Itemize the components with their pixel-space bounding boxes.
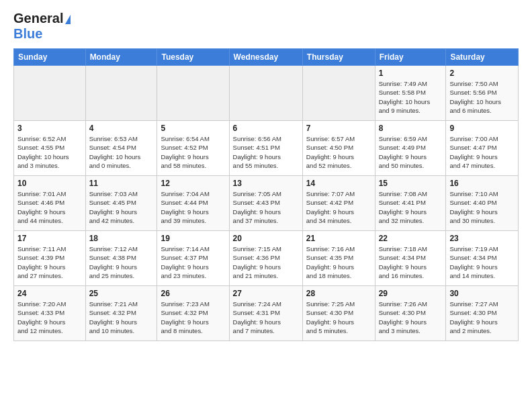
calendar-cell: 23Sunrise: 7:19 AM Sunset: 4:34 PM Dayli…	[446, 231, 519, 286]
day-info: Sunrise: 6:54 AM Sunset: 4:52 PM Dayligh…	[161, 134, 225, 170]
day-number: 17	[17, 234, 82, 243]
calendar-cell: 6Sunrise: 6:56 AM Sunset: 4:51 PM Daylig…	[229, 121, 302, 176]
calendar-cell: 30Sunrise: 7:27 AM Sunset: 4:30 PM Dayli…	[446, 286, 519, 341]
calendar-cell: 22Sunrise: 7:18 AM Sunset: 4:34 PM Dayli…	[375, 231, 446, 286]
logo: General Blue	[13, 11, 71, 42]
calendar-cell	[157, 66, 229, 121]
day-number: 25	[89, 289, 154, 298]
day-info: Sunrise: 7:16 AM Sunset: 4:35 PM Dayligh…	[306, 244, 371, 280]
day-number: 9	[449, 124, 515, 133]
day-info: Sunrise: 6:56 AM Sunset: 4:51 PM Dayligh…	[233, 134, 299, 170]
day-info: Sunrise: 7:14 AM Sunset: 4:37 PM Dayligh…	[161, 244, 225, 280]
day-number: 15	[379, 179, 443, 188]
day-info: Sunrise: 7:23 AM Sunset: 4:32 PM Dayligh…	[161, 300, 225, 335]
calendar-cell: 13Sunrise: 7:05 AM Sunset: 4:43 PM Dayli…	[229, 176, 302, 231]
day-number: 14	[306, 179, 371, 188]
day-info: Sunrise: 7:25 AM Sunset: 4:30 PM Dayligh…	[306, 300, 371, 335]
calendar-cell: 29Sunrise: 7:26 AM Sunset: 4:30 PM Dayli…	[375, 286, 446, 341]
calendar-cell	[229, 66, 302, 121]
calendar-header-tuesday: Tuesday	[157, 49, 229, 66]
day-number: 29	[379, 289, 443, 298]
day-number: 30	[449, 289, 515, 298]
day-number: 21	[306, 234, 371, 243]
day-info: Sunrise: 6:53 AM Sunset: 4:54 PM Dayligh…	[89, 134, 154, 170]
day-info: Sunrise: 7:01 AM Sunset: 4:46 PM Dayligh…	[17, 189, 82, 225]
day-number: 11	[89, 179, 154, 188]
calendar-cell: 17Sunrise: 7:11 AM Sunset: 4:39 PM Dayli…	[14, 231, 86, 286]
calendar-cell: 14Sunrise: 7:07 AM Sunset: 4:42 PM Dayli…	[302, 176, 375, 231]
calendar-cell: 8Sunrise: 6:59 AM Sunset: 4:49 PM Daylig…	[375, 121, 446, 176]
day-info: Sunrise: 7:24 AM Sunset: 4:31 PM Dayligh…	[233, 300, 299, 335]
day-number: 27	[233, 289, 299, 298]
calendar-week-1: 1Sunrise: 7:49 AM Sunset: 5:58 PM Daylig…	[14, 66, 519, 121]
calendar-cell: 7Sunrise: 6:57 AM Sunset: 4:50 PM Daylig…	[302, 121, 375, 176]
calendar-cell: 26Sunrise: 7:23 AM Sunset: 4:32 PM Dayli…	[157, 286, 229, 341]
day-info: Sunrise: 7:19 AM Sunset: 4:34 PM Dayligh…	[449, 244, 515, 280]
calendar-cell	[85, 66, 157, 121]
day-number: 2	[449, 68, 515, 78]
calendar-header-wednesday: Wednesday	[229, 49, 302, 66]
calendar-header-friday: Friday	[375, 49, 446, 66]
day-info: Sunrise: 7:27 AM Sunset: 4:30 PM Dayligh…	[449, 300, 515, 335]
calendar-week-4: 17Sunrise: 7:11 AM Sunset: 4:39 PM Dayli…	[14, 231, 519, 286]
calendar-cell: 1Sunrise: 7:49 AM Sunset: 5:58 PM Daylig…	[375, 66, 446, 121]
calendar-week-5: 24Sunrise: 7:20 AM Sunset: 4:33 PM Dayli…	[14, 286, 519, 341]
calendar-header-saturday: Saturday	[446, 49, 519, 66]
day-info: Sunrise: 7:00 AM Sunset: 4:47 PM Dayligh…	[449, 134, 515, 170]
calendar-cell: 19Sunrise: 7:14 AM Sunset: 4:37 PM Dayli…	[157, 231, 229, 286]
calendar-cell: 16Sunrise: 7:10 AM Sunset: 4:40 PM Dayli…	[446, 176, 519, 231]
calendar-table: SundayMondayTuesdayWednesdayThursdayFrid…	[13, 48, 519, 341]
day-number: 6	[233, 124, 299, 133]
day-number: 24	[17, 289, 82, 298]
calendar-cell: 21Sunrise: 7:16 AM Sunset: 4:35 PM Dayli…	[302, 231, 375, 286]
logo-triangle-icon	[65, 15, 71, 24]
day-info: Sunrise: 7:49 AM Sunset: 5:58 PM Dayligh…	[379, 79, 443, 115]
calendar-cell: 28Sunrise: 7:25 AM Sunset: 4:30 PM Dayli…	[302, 286, 375, 341]
calendar-week-2: 3Sunrise: 6:52 AM Sunset: 4:55 PM Daylig…	[14, 121, 519, 176]
calendar-header-monday: Monday	[85, 49, 157, 66]
logo-general-text: General	[13, 11, 63, 26]
day-info: Sunrise: 7:04 AM Sunset: 4:44 PM Dayligh…	[161, 189, 225, 225]
day-number: 19	[161, 234, 225, 243]
calendar-cell: 27Sunrise: 7:24 AM Sunset: 4:31 PM Dayli…	[229, 286, 302, 341]
day-info: Sunrise: 7:18 AM Sunset: 4:34 PM Dayligh…	[379, 244, 443, 280]
day-info: Sunrise: 7:10 AM Sunset: 4:40 PM Dayligh…	[449, 189, 515, 225]
day-number: 23	[449, 234, 515, 243]
calendar-cell	[14, 66, 86, 121]
day-number: 16	[449, 179, 515, 188]
day-info: Sunrise: 6:57 AM Sunset: 4:50 PM Dayligh…	[306, 134, 371, 170]
calendar-header-row: SundayMondayTuesdayWednesdayThursdayFrid…	[14, 49, 519, 66]
calendar-cell: 12Sunrise: 7:04 AM Sunset: 4:44 PM Dayli…	[157, 176, 229, 231]
calendar-cell: 4Sunrise: 6:53 AM Sunset: 4:54 PM Daylig…	[85, 121, 157, 176]
calendar-cell: 20Sunrise: 7:15 AM Sunset: 4:36 PM Dayli…	[229, 231, 302, 286]
day-info: Sunrise: 6:59 AM Sunset: 4:49 PM Dayligh…	[379, 134, 443, 170]
calendar-header-thursday: Thursday	[302, 49, 375, 66]
day-info: Sunrise: 7:20 AM Sunset: 4:33 PM Dayligh…	[17, 300, 82, 335]
day-number: 1	[379, 68, 443, 78]
day-info: Sunrise: 6:52 AM Sunset: 4:55 PM Dayligh…	[17, 134, 82, 170]
calendar-week-3: 10Sunrise: 7:01 AM Sunset: 4:46 PM Dayli…	[14, 176, 519, 231]
calendar-cell	[302, 66, 375, 121]
day-info: Sunrise: 7:12 AM Sunset: 4:38 PM Dayligh…	[89, 244, 154, 280]
calendar-cell: 3Sunrise: 6:52 AM Sunset: 4:55 PM Daylig…	[14, 121, 86, 176]
day-number: 10	[17, 179, 82, 188]
day-number: 4	[89, 124, 154, 133]
calendar-cell: 25Sunrise: 7:21 AM Sunset: 4:32 PM Dayli…	[85, 286, 157, 341]
day-info: Sunrise: 7:26 AM Sunset: 4:30 PM Dayligh…	[379, 300, 443, 335]
day-info: Sunrise: 7:08 AM Sunset: 4:41 PM Dayligh…	[379, 189, 443, 225]
day-number: 3	[17, 124, 82, 133]
day-info: Sunrise: 7:03 AM Sunset: 4:45 PM Dayligh…	[89, 189, 154, 225]
day-number: 5	[161, 124, 225, 133]
calendar-cell: 5Sunrise: 6:54 AM Sunset: 4:52 PM Daylig…	[157, 121, 229, 176]
day-info: Sunrise: 7:07 AM Sunset: 4:42 PM Dayligh…	[306, 189, 371, 225]
day-number: 13	[233, 179, 299, 188]
calendar-cell: 9Sunrise: 7:00 AM Sunset: 4:47 PM Daylig…	[446, 121, 519, 176]
day-number: 28	[306, 289, 371, 298]
day-info: Sunrise: 7:05 AM Sunset: 4:43 PM Dayligh…	[233, 189, 299, 225]
page: General Blue SundayMondayTuesdayWednesda…	[0, 0, 532, 411]
day-number: 20	[233, 234, 299, 243]
calendar-cell: 15Sunrise: 7:08 AM Sunset: 4:41 PM Dayli…	[375, 176, 446, 231]
calendar-header-sunday: Sunday	[14, 49, 86, 66]
day-number: 7	[306, 124, 371, 133]
day-info: Sunrise: 7:21 AM Sunset: 4:32 PM Dayligh…	[89, 300, 154, 335]
